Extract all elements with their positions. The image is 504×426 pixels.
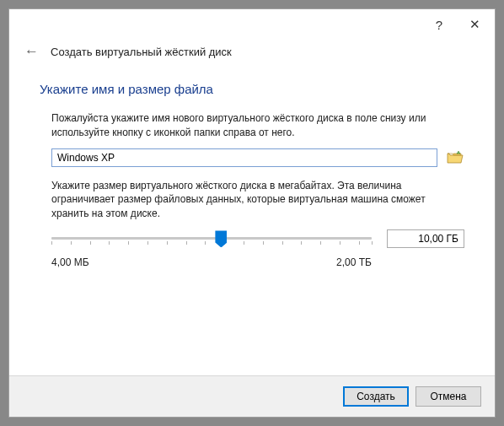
folder-icon (447, 151, 464, 164)
browse-button[interactable] (446, 149, 464, 166)
create-button[interactable]: Создать (343, 386, 409, 407)
help-button[interactable]: ? (429, 14, 449, 35)
slider-max-label: 2,00 ТБ (336, 256, 372, 268)
slider-labels: 4,00 МБ 2,00 ТБ (40, 256, 464, 268)
cancel-button[interactable]: Отмена (416, 386, 481, 407)
size-slider[interactable] (51, 237, 372, 240)
close-icon: ✕ (469, 17, 480, 32)
help-icon: ? (436, 18, 442, 32)
slider-track (51, 237, 372, 240)
slider-ticks (51, 241, 372, 246)
back-button[interactable]: ← (24, 43, 39, 60)
size-input[interactable] (387, 229, 464, 248)
footer: Создать Отмена (9, 375, 495, 417)
header: ← Создать виртуальный жёсткий диск (9, 40, 495, 67)
back-arrow-icon: ← (24, 43, 39, 59)
close-button[interactable]: ✕ (464, 14, 485, 35)
slider-min-label: 4,00 МБ (51, 256, 89, 268)
section-title: Укажите имя и размер файла (40, 82, 464, 96)
file-name-input[interactable] (51, 148, 437, 167)
titlebar: ? ✕ (9, 9, 495, 40)
content-area: Укажите имя и размер файла Пожалуйста ук… (9, 67, 495, 375)
file-description: Пожалуйста укажите имя нового виртуально… (40, 111, 464, 140)
size-description: Укажите размер виртуального жёсткого дис… (40, 179, 464, 221)
slider-row (40, 229, 464, 248)
file-row (40, 148, 464, 167)
window-title: Создать виртуальный жёсткий диск (51, 46, 232, 58)
dialog-window: ? ✕ ← Создать виртуальный жёсткий диск У… (8, 8, 496, 418)
